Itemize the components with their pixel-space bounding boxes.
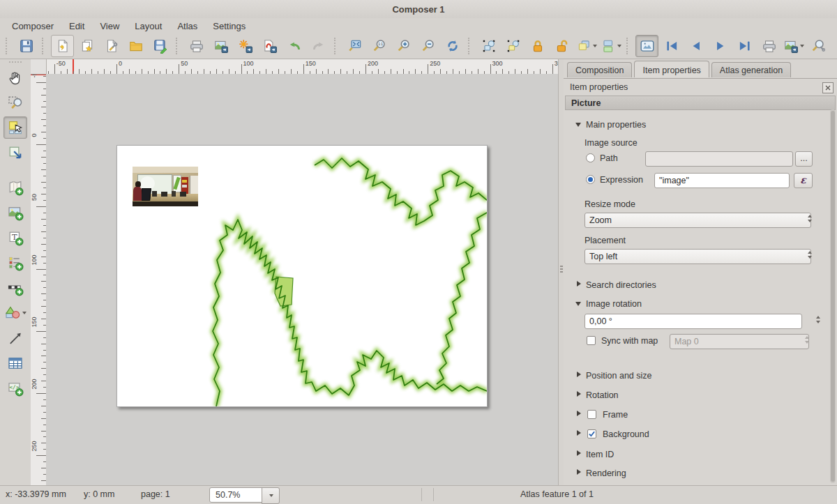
section-rotation[interactable]: Rotation (564, 388, 827, 404)
background-checkbox[interactable] (587, 429, 596, 438)
expression-input[interactable]: "image" (654, 173, 790, 188)
menu-settings[interactable]: Settings (205, 20, 253, 33)
export-as-pdf-button[interactable] (258, 35, 281, 57)
section-rendering[interactable]: Rendering (564, 466, 827, 482)
align-items-button[interactable] (599, 35, 622, 57)
frame-checkbox[interactable] (587, 410, 596, 419)
print-button[interactable] (185, 35, 208, 57)
print-atlas-button[interactable] (757, 35, 781, 57)
tab-atlas-generation[interactable]: Atlas generation (711, 62, 791, 77)
composition-page[interactable] (116, 145, 488, 407)
composer-canvas[interactable] (46, 74, 558, 486)
section-background[interactable]: Background (564, 427, 827, 443)
photo-desk-object (172, 191, 176, 196)
move-item-content-button[interactable] (3, 142, 27, 164)
combo-spinner-icon[interactable] (808, 215, 812, 222)
add-shape-button[interactable] (3, 302, 27, 324)
ungroup-items-button[interactable] (502, 35, 525, 57)
redo-button[interactable] (307, 35, 330, 57)
add-shape-dropdown-arrow-icon[interactable] (22, 312, 27, 314)
add-new-legend-icon (7, 254, 24, 271)
rotation-spinbox[interactable]: 0,00 ° (585, 314, 802, 329)
combo-spinner-icon[interactable] (808, 251, 812, 259)
scrollbar-thumb[interactable] (831, 111, 835, 482)
add-attribute-table-button[interactable] (3, 352, 27, 374)
expression-row: Expression "image" ε (564, 173, 827, 188)
spinbox-arrows-icon[interactable] (816, 316, 820, 323)
ruler-tick (104, 69, 105, 74)
zoom-full-button[interactable] (343, 35, 366, 57)
add-new-legend-button[interactable] (3, 252, 27, 274)
zoom-out-button[interactable] (416, 35, 439, 57)
export-atlas-dropdown-arrow-icon[interactable] (800, 45, 804, 47)
add-image-button[interactable] (3, 201, 27, 224)
next-feature-button[interactable] (709, 35, 732, 57)
duplicate-composer-icon (80, 38, 95, 54)
section-frame[interactable]: Frame (564, 408, 827, 423)
menu-edit[interactable]: Edit (61, 20, 92, 33)
new-composer-button[interactable] (51, 35, 74, 57)
export-atlas-button[interactable] (782, 35, 805, 57)
section-position-and-size[interactable]: Position and size (564, 369, 827, 384)
refresh-view-button[interactable] (441, 35, 464, 57)
first-feature-button[interactable] (660, 35, 683, 57)
map-select-combo[interactable]: Map 0 (670, 334, 809, 349)
ruler-tick (41, 443, 46, 443)
load-from-template-button[interactable] (124, 35, 147, 57)
expression-radio[interactable] (586, 175, 595, 184)
lock-items-button[interactable] (526, 35, 549, 57)
menu-view[interactable]: View (92, 20, 127, 33)
sync-with-map-checkbox[interactable] (587, 336, 596, 345)
composer-manager-button[interactable] (100, 35, 123, 57)
save-as-template-button[interactable] (149, 35, 172, 57)
section-main-properties[interactable]: Main properties (564, 118, 827, 133)
panel-close-button[interactable] (822, 82, 834, 93)
map-border-lines (213, 158, 487, 406)
zoom-dropdown-button[interactable] (262, 487, 280, 504)
export-as-svg-button[interactable] (234, 35, 257, 57)
zoom-in-button[interactable] (392, 35, 415, 57)
previous-feature-button[interactable] (684, 35, 707, 57)
preview-atlas-button[interactable] (635, 35, 658, 57)
section-image-rotation[interactable]: Image rotation (564, 297, 827, 312)
menu-atlas[interactable]: Atlas (169, 20, 205, 33)
align-items-dropdown-arrow-icon[interactable] (617, 45, 621, 47)
browse-button[interactable]: ... (795, 151, 813, 167)
raise-items-dropdown-arrow-icon[interactable] (593, 45, 597, 47)
placement-combo[interactable]: Top left (585, 249, 811, 264)
menu-composer[interactable]: Composer (4, 20, 61, 33)
save-project-button[interactable] (15, 35, 38, 57)
panel-scrollbar[interactable] (830, 109, 836, 483)
unlock-items-button[interactable] (550, 35, 573, 57)
add-arrow-button[interactable] (3, 327, 27, 349)
resize-mode-combo[interactable]: Zoom (585, 213, 811, 228)
zoom-tool-button[interactable] (3, 91, 27, 114)
undo-button[interactable] (282, 35, 306, 57)
section-item-id[interactable]: Item ID (564, 448, 827, 463)
expression-builder-button[interactable]: ε (794, 173, 813, 188)
cursor-coords-y: y: 0 mm (84, 489, 114, 499)
add-html-frame-button[interactable]: </> (3, 377, 27, 399)
add-new-label-button[interactable]: T (3, 227, 27, 249)
zoom-level-input[interactable]: 50.7% (209, 487, 262, 503)
select-move-item-button[interactable] (3, 116, 27, 139)
group-items-button[interactable] (477, 35, 500, 57)
atlas-settings-button[interactable] (806, 35, 829, 57)
export-as-image-button[interactable] (209, 35, 232, 57)
path-input[interactable] (645, 151, 793, 167)
toolbar-separator (42, 38, 46, 54)
last-feature-button[interactable] (733, 35, 756, 57)
add-new-scalebar-button[interactable] (3, 277, 27, 299)
path-radio[interactable] (586, 153, 595, 162)
add-new-map-button[interactable] (3, 176, 27, 199)
tab-composition[interactable]: Composition (567, 62, 632, 77)
raise-items-button[interactable] (575, 35, 598, 57)
duplicate-composer-button[interactable] (75, 35, 98, 57)
section-search-directories[interactable]: Search directories (564, 278, 827, 293)
zoom-actual-button[interactable]: 1:1 (368, 35, 391, 57)
menu-layout[interactable]: Layout (127, 20, 169, 33)
ruler-tick (41, 231, 46, 232)
pan-button[interactable] (3, 66, 27, 89)
tab-item-properties[interactable]: Item properties (634, 61, 709, 77)
picture-item[interactable] (133, 167, 198, 206)
